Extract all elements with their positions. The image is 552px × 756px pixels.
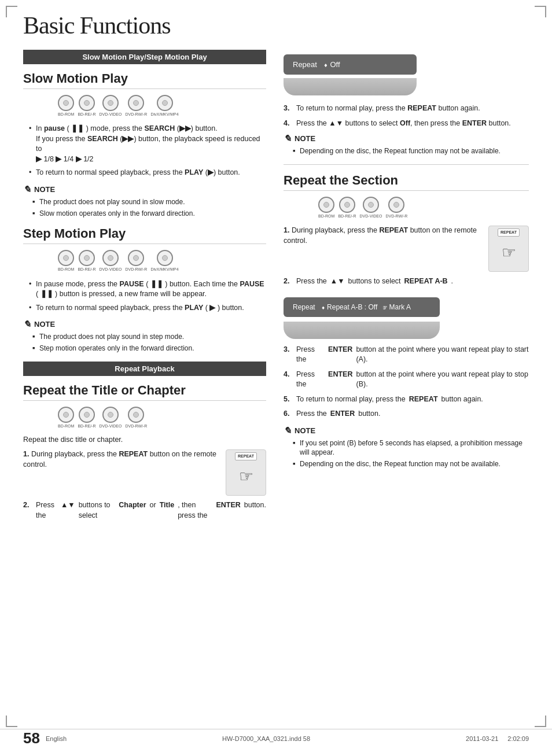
note-label: NOTE (295, 426, 315, 435)
slow-motion-disc-icons: BD-ROM BD-RE/-R DVD-VIDEO DVD-RW/-R (58, 95, 266, 117)
disc-circle (102, 407, 119, 423)
repeat-screen-display: Repeat ⬧ Off (284, 54, 417, 75)
step-num: 3. (284, 104, 293, 114)
disc-icon-bdrom: BD-ROM (318, 197, 334, 219)
footer-right: 2011-03-21 2:02:09 (466, 735, 529, 742)
repeat-title-disc-icons: BD-ROM BD-RE/-R DVD-VIDEO DVD-RW/-R (58, 407, 266, 429)
disc-icon-bdrer: BD-RE/-R (78, 407, 95, 429)
step-num: 4. (284, 370, 293, 390)
corner-mark-tl (6, 6, 17, 17)
note-item: Depending on the disc, the Repeat functi… (293, 146, 529, 156)
step-item: 3. To return to normal play, press the R… (284, 104, 529, 114)
disc-label: BD-RE/-R (78, 112, 95, 117)
step-item: 6. Press the ENTER button. (284, 409, 529, 419)
page: Basic Functions Slow Motion Play/Step Mo… (0, 0, 552, 756)
disc-label: DVD-VIDEO (100, 112, 122, 117)
step-motion-title: Step Motion Play (23, 226, 266, 244)
step-num: 3. (284, 345, 293, 365)
page-number: 58 (23, 729, 40, 747)
repeat-section-steps: 1. During playback, press the REPEAT but… (284, 226, 529, 287)
disc-circle (58, 250, 74, 266)
footer-date: 2011-03-21 (466, 735, 498, 742)
note-item: If you set point (B) before 5 seconds ha… (293, 438, 529, 458)
repeat-section-note: ✎ NOTE If you set point (B) before 5 sec… (284, 425, 529, 469)
corner-mark-tr (535, 6, 546, 17)
step-motion-note: ✎ NOTE The product does not play sound i… (23, 319, 266, 353)
note-label: NOTE (295, 134, 315, 143)
disc-circle (79, 250, 95, 266)
page-title: Basic Functions (23, 12, 529, 39)
step-item: 2. Press the ▲▼ buttons to select REPEAT… (284, 276, 529, 287)
footer-lang: English (46, 735, 67, 742)
step-item: 4. Press the ENTER button at the point w… (284, 370, 529, 390)
step-content: 1. During playback, press the REPEAT but… (284, 226, 483, 246)
disc-label: BD-RE/-R (78, 267, 95, 272)
disc-circle (102, 95, 119, 111)
repeat-section-steps2: 3. Press the ENTER button at the point w… (284, 345, 529, 419)
disc-icon-dvdrwr: DVD-RW/-R (125, 95, 147, 117)
repeat-arrow-icon: ⬧ (323, 60, 328, 69)
disc-icon-dvdvideo: DVD-VIDEO (360, 197, 382, 219)
note-item: The product does not play sound in slow … (32, 197, 266, 207)
remote-image: REPEAT ☞ (488, 226, 529, 272)
disc-icon-dvdvideo: DVD-VIDEO (100, 407, 122, 429)
disc-label: DVD-VIDEO (100, 267, 122, 272)
step-item: 5. To return to normal play, press the R… (284, 394, 529, 405)
disc-icon-dvdvideo: DVD-VIDEO (100, 95, 122, 117)
step-num: 2. (284, 276, 293, 287)
note-icon: ✎ (23, 319, 31, 330)
disc-circle (157, 250, 173, 266)
disc-circle (128, 95, 144, 111)
disc-icon-bdrom: BD-ROM (58, 250, 74, 272)
note-title: ✎ NOTE (23, 184, 266, 195)
repeat-section-disc-icons: BD-ROM BD-RE/-R DVD-VIDEO DVD-RW/-R (318, 197, 529, 219)
disc-label: DVD-VIDEO (100, 424, 122, 429)
disc-label: DivX/MKV/MP4 (150, 267, 178, 272)
note-item: Step motion operates only in the forward… (32, 344, 266, 353)
step-num: 1. (23, 450, 29, 458)
player-bottom-curve (284, 78, 417, 95)
disc-label: BD-RE/-R (78, 424, 95, 429)
corner-mark-br (535, 716, 546, 727)
disc-icon-dvdvideo: DVD-VIDEO (100, 250, 122, 272)
note-title: ✎ NOTE (284, 425, 529, 436)
repeat-ab-screen: Repeat ⬧ Repeat A-B : Off ☞ Mark A (284, 297, 440, 317)
hand-icon: ☞ (239, 465, 253, 488)
repeat-title-heading: Repeat the Title or Chapter (23, 383, 266, 401)
disc-icon-dvdrwr: DVD-RW/-R (125, 407, 147, 429)
repeat-title-steps: 1. During playback, press the REPEAT but… (23, 449, 266, 521)
step-content: 1. During playback, press the REPEAT but… (23, 449, 220, 470)
step-num: 4. (284, 119, 293, 129)
step-num: 2. (23, 500, 32, 521)
banner-repeat-playback: Repeat Playback (23, 362, 266, 376)
disc-circle (339, 197, 355, 213)
remote-label: REPEAT (235, 452, 257, 460)
repeat-steps-3-4: 3. To return to normal play, press the R… (284, 104, 529, 128)
footer-file: HW-D7000_XAA_0321.indd 58 (222, 735, 310, 742)
page-footer: 58 English HW-D7000_XAA_0321.indd 58 201… (0, 729, 552, 747)
note-title: ✎ NOTE (284, 133, 529, 144)
disc-label: DVD-RW/-R (125, 267, 147, 272)
step-num: 1. (284, 226, 289, 234)
repeat-ab-arrow: ⬧ (321, 303, 325, 311)
disc-circle (102, 250, 119, 266)
slow-motion-title: Slow Motion Play (23, 71, 266, 89)
repeat-ab-value: Repeat A-B : Off (327, 303, 377, 311)
disc-circle (79, 407, 95, 423)
footer-left: 58 English (23, 729, 67, 747)
step-text: Press the ▲▼ buttons to select Off, then… (296, 119, 511, 129)
slow-motion-section: Slow Motion Play BD-ROM BD-RE/-R DVD-VID… (23, 71, 266, 218)
remote-label: REPEAT (498, 228, 520, 237)
note-label: NOTE (34, 185, 55, 194)
disc-icon-bdrer: BD-RE/-R (78, 250, 95, 272)
repeat-title-note: ✎ NOTE Depending on the disc, the Repeat… (284, 133, 529, 156)
disc-label: BD-ROM (58, 267, 74, 272)
repeat-intro: Repeat the disc title or chapter. (23, 436, 266, 444)
note-items: The product does not play sound in slow … (23, 197, 266, 219)
step-text: To return to normal play, press the REPE… (296, 104, 480, 114)
repeat-section: Repeat the Section BD-ROM BD-RE/-R DVD-V… (284, 173, 529, 469)
disc-icon-divx: DivX/MKV/MP4 (150, 250, 178, 272)
note-icon: ✎ (23, 184, 31, 195)
disc-circle (363, 197, 379, 213)
disc-label: BD-ROM (58, 424, 74, 429)
